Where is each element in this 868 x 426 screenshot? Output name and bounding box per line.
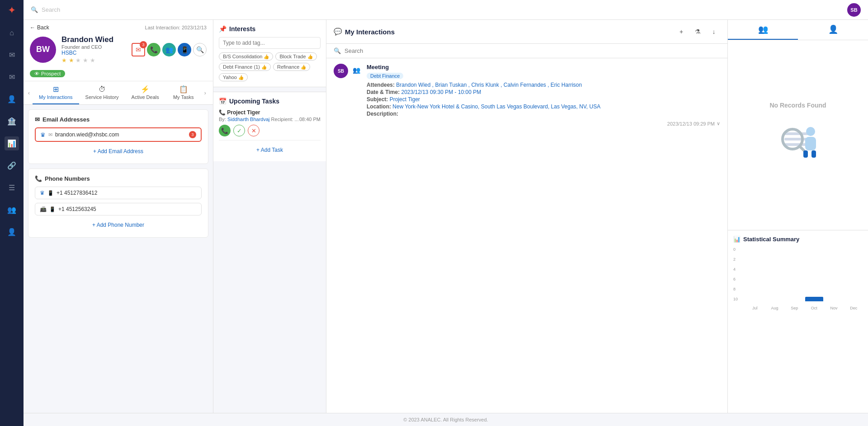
- sort-interaction-button[interactable]: ↓: [708, 25, 720, 38]
- phone-action-button[interactable]: 📞: [147, 43, 160, 56]
- task-meta-1: By: Siddharth Bhardvaj Recipient: ... 08…: [219, 117, 321, 122]
- star-2[interactable]: ★: [69, 57, 74, 64]
- attendees-label: Attendees:: [367, 82, 395, 88]
- tag-debt-finance[interactable]: Debt Finance (1) 👍: [219, 63, 271, 71]
- y-label-0: 0: [733, 247, 744, 252]
- bar-oct: [805, 297, 823, 301]
- email-addresses-card: ✉ Email Addresses ♛ ✉ brandon.wied@xhsbc…: [28, 109, 208, 164]
- tag-thumb-5[interactable]: 👍: [238, 75, 244, 80]
- bar-col-dec: [844, 247, 863, 301]
- filter-interaction-button[interactable]: ⚗: [691, 25, 704, 38]
- tag-block-trade[interactable]: Block Trade 👍: [275, 52, 316, 61]
- tag-input[interactable]: [219, 37, 321, 49]
- upcoming-tasks-title: 📅 Upcoming Tasks: [219, 98, 321, 105]
- main-content: 🔍 Search SB ← Back Last Interaction: 202…: [24, 0, 868, 426]
- star-1[interactable]: ★: [61, 57, 67, 64]
- task-check-button[interactable]: ✓: [233, 125, 245, 136]
- location-value: New York-New York Hotel & Casino, South …: [392, 103, 600, 110]
- add-interaction-button[interactable]: +: [675, 25, 688, 38]
- task-by-name[interactable]: Siddharth Bhardvaj: [227, 117, 270, 122]
- tab-next-arrow[interactable]: ›: [202, 87, 209, 99]
- email-item-1[interactable]: ♛ ✉ brandon.wied@xhsbc.com 3: [35, 127, 202, 142]
- phone-fax-icon-2: 📠: [40, 206, 47, 212]
- tab-my-interactions[interactable]: ⊞ My Interactions: [33, 81, 79, 104]
- profile-title: Founder and CEO: [61, 44, 126, 50]
- task-call-button[interactable]: 📞: [219, 125, 231, 136]
- sidebar: ✦ ⌂ ✉ ✉ 👤 🏦 📊 🔗 ☰ 👥 👤: [0, 0, 24, 426]
- bar-col-oct: [805, 247, 823, 301]
- phone-item-2[interactable]: 📠 📱 +1 4512563245: [35, 203, 202, 215]
- tag-thumb-1[interactable]: 👍: [264, 54, 269, 59]
- back-arrow-icon: ←: [30, 24, 35, 31]
- tag-thumb-3[interactable]: 👍: [261, 65, 267, 70]
- tab-prev-arrow[interactable]: ‹: [25, 87, 33, 99]
- phone-crown-icon-1: ♛: [40, 190, 45, 196]
- sidebar-icon-puzzle[interactable]: 🔗: [5, 159, 19, 173]
- sidebar-icon-bank[interactable]: 🏦: [5, 114, 19, 128]
- user-avatar[interactable]: SB: [847, 3, 861, 17]
- tab-active-deals[interactable]: ⚡ Active Deals: [125, 81, 165, 104]
- phone-card-icon: 📞: [35, 175, 42, 182]
- phone-item-1[interactable]: ♛ 📱 +1 45127836412: [35, 187, 202, 199]
- back-button[interactable]: ← Back: [30, 24, 49, 31]
- tab-my-tasks[interactable]: 📋 My Tasks: [165, 81, 202, 104]
- tag-thumb-4[interactable]: 👍: [301, 65, 306, 70]
- sidebar-icon-user2[interactable]: 👤: [5, 225, 19, 239]
- email-envelope-icon: ✉: [48, 132, 52, 138]
- star-4[interactable]: ★: [83, 57, 88, 64]
- star-3[interactable]: ★: [75, 57, 81, 64]
- sidebar-icon-group[interactable]: 👥: [5, 203, 19, 217]
- sidebar-icon-home[interactable]: ⌂: [7, 26, 17, 40]
- interests-section: 📌 Interests B/S Consolidation 👍 Block Tr…: [213, 20, 326, 87]
- far-right-tab-group[interactable]: 👥: [728, 20, 798, 40]
- bar-col-aug: [766, 247, 784, 301]
- email-crown-icon: ♛: [40, 131, 46, 138]
- search-placeholder[interactable]: Search: [42, 6, 844, 13]
- sidebar-icon-person[interactable]: 👤: [5, 92, 19, 106]
- group-action-button[interactable]: 👥: [162, 43, 176, 56]
- far-right-tab-person[interactable]: 👤: [798, 20, 868, 40]
- interactions-header: 💬 My Interactions + ⚗ ↓: [326, 20, 727, 44]
- email-badge: 3: [140, 41, 147, 48]
- tag-yahoo[interactable]: Yahoo 👍: [219, 73, 248, 81]
- task-phone-icon: 📞: [219, 109, 226, 116]
- call-action-button[interactable]: 📱: [178, 43, 191, 56]
- x-label-jul: Jul: [746, 306, 764, 310]
- subject-row: Subject: Project Tiger: [367, 96, 720, 103]
- task-close-button[interactable]: ✕: [248, 125, 259, 136]
- interactions-search-input[interactable]: [344, 47, 720, 54]
- task-time: 08:40 PM: [299, 117, 321, 122]
- interactions-search-bar: 🔍: [326, 44, 727, 58]
- topbar: 🔍 Search SB: [24, 0, 868, 20]
- profile-info-row: BW Brandon Wied Founder and CEO HSBC ★ ★…: [30, 35, 207, 68]
- search-profile-button[interactable]: 🔍: [193, 43, 207, 56]
- sidebar-icon-chart[interactable]: 📊: [5, 136, 19, 150]
- tag-thumb-2[interactable]: 👍: [307, 54, 313, 59]
- tag-label-4: Refinance: [277, 64, 300, 70]
- sidebar-icon-list[interactable]: ☰: [6, 181, 18, 195]
- location-label: Location:: [367, 103, 391, 110]
- x-label-dec: Dec: [844, 306, 863, 310]
- tag-bs-consolidation[interactable]: B/S Consolidation 👍: [219, 52, 273, 61]
- expand-icon[interactable]: ∨: [717, 121, 720, 126]
- far-right-panel: 👥 👤 No Records Found: [728, 20, 868, 413]
- star-5[interactable]: ★: [90, 57, 95, 64]
- email-item-badge: 3: [189, 131, 196, 138]
- interactions-search-icon: 🔍: [334, 47, 341, 54]
- content-area: ← Back Last Interaction: 2023/12/13 BW B…: [24, 20, 868, 413]
- statistical-summary-title: 📊 Statistical Summary: [733, 236, 863, 243]
- profile-company[interactable]: HSBC: [61, 50, 126, 56]
- email-action-button[interactable]: ✉ 3: [132, 43, 145, 56]
- statistical-summary-section: 📊 Statistical Summary 10 8 6 4 2 0: [728, 230, 868, 413]
- sidebar-icon-mail[interactable]: ✉: [6, 70, 18, 84]
- last-interaction-label: Last Interaction: 2023/12/13: [145, 25, 207, 30]
- tag-refinance[interactable]: Refinance 👍: [273, 63, 311, 71]
- tab-service-history[interactable]: ⏱ Service History: [79, 82, 125, 104]
- sidebar-icon-contacts[interactable]: ✉: [6, 48, 18, 62]
- add-email-link[interactable]: + Add Email Address: [35, 145, 202, 157]
- footer-copyright: © 2023 ANALEC. All Rights Reserved.: [403, 417, 488, 422]
- profile-header: ← Back Last Interaction: 2023/12/13 BW B…: [24, 20, 213, 81]
- svg-rect-7: [803, 150, 808, 158]
- add-task-link[interactable]: + Add Task: [219, 144, 321, 156]
- add-phone-link[interactable]: + Add Phone Number: [35, 219, 202, 231]
